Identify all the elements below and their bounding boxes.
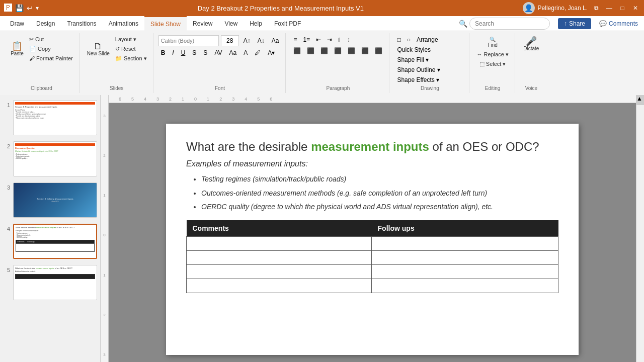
minimize-btn[interactable]: — (605, 4, 614, 13)
align-left-btn[interactable]: ⬛ (291, 46, 303, 55)
save-icon[interactable]: 💾 (15, 4, 24, 12)
tab-review[interactable]: Review (187, 16, 218, 31)
dictate-button[interactable]: 🎤 Dictate (521, 35, 541, 53)
ribbon-group-editing: 🔍 Find ↔ Replace ▾ ⬚ Select ▾ Editing (470, 33, 515, 93)
justify-btn[interactable]: ⬛ (332, 46, 344, 55)
table-header-comments: Comments (187, 220, 372, 237)
font-controls: A↑ A↓ Aa B I U S S AV Aa A 🖊 A▾ (158, 35, 282, 57)
avatar: 👤 (523, 2, 535, 14)
shape-effects-btn[interactable]: Shape Effects ▾ (394, 75, 442, 84)
table-cell-3-2[interactable] (372, 264, 558, 279)
align-center-btn[interactable]: ⬛ (304, 46, 317, 55)
shape2-btn[interactable]: ○ (405, 35, 413, 44)
slide-thumb-3[interactable]: 3 Session 3: Defining Measurement Inputs… (2, 182, 98, 219)
bold-btn[interactable]: B (158, 48, 168, 57)
tab-draw[interactable]: Draw (4, 16, 30, 31)
table-cell-2-2[interactable] (372, 250, 558, 264)
shape-outline-btn[interactable]: Shape Outline ▾ (394, 65, 442, 74)
change-case-btn[interactable]: Aa (227, 48, 239, 57)
bullet-3: OERDC quality (degree to which the physi… (201, 202, 558, 212)
table-cell-2-1[interactable] (187, 250, 372, 264)
tab-help[interactable]: Help (244, 16, 268, 31)
smartart-btn[interactable]: ⬛ (372, 46, 385, 55)
increase-font-btn[interactable]: A↑ (241, 36, 253, 45)
table-cell-3-1[interactable] (187, 264, 372, 279)
slide-preview-2[interactable]: Discussion Question What are the desirab… (13, 141, 97, 176)
shape-fill-btn[interactable]: Shape Fill ▾ (394, 55, 431, 64)
highlight-btn[interactable]: 🖊 (252, 48, 263, 57)
find-button[interactable]: 🔍 Find (484, 35, 502, 49)
slide-subtitle: Examples of measurement inputs: (186, 159, 558, 168)
tab-foxit[interactable]: Foxit PDF (268, 16, 307, 31)
share-label: Share (569, 20, 585, 27)
comments-button[interactable]: 💬 Comments (593, 18, 644, 29)
align-right-btn[interactable]: ⬛ (318, 46, 331, 55)
search-input[interactable] (469, 18, 550, 30)
tab-design[interactable]: Design (30, 16, 61, 31)
table-cell-1-1[interactable] (187, 236, 372, 250)
text-color-btn[interactable]: A▾ (265, 48, 277, 57)
arrange-btn[interactable]: Arrange (414, 35, 441, 44)
maximize-btn[interactable]: □ (618, 4, 627, 13)
align-text-btn[interactable]: ⬛ (359, 46, 371, 55)
cut-button[interactable]: ✂ Cut (27, 35, 75, 44)
char-spacing-btn[interactable]: AV (212, 48, 224, 57)
shadow-btn[interactable]: S (201, 48, 210, 57)
replace-button[interactable]: ↔ Replace ▾ (474, 50, 510, 59)
slide-canvas[interactable]: What are the desirable measurement input… (166, 124, 579, 355)
decrease-font-btn[interactable]: A↓ (255, 36, 267, 45)
table-cell-4-2[interactable] (372, 279, 558, 293)
quick-styles-btn[interactable]: Quick Styles (394, 45, 433, 54)
slide-preview-3[interactable]: Session 3: Defining Measurement Inputsof… (13, 183, 97, 218)
reset-button[interactable]: ↺ Reset (113, 45, 149, 53)
slide-table: Comments Follow ups (186, 220, 558, 293)
font-name-input[interactable] (158, 35, 219, 46)
numbering-btn[interactable]: 1≡ (300, 35, 312, 44)
decrease-indent-btn[interactable]: ⇤ (313, 35, 324, 44)
restore-btn[interactable]: ⧉ (592, 4, 601, 13)
new-slide-button[interactable]: 🗋 New Slide (85, 40, 112, 58)
close-btn[interactable]: ✕ (631, 4, 640, 13)
underline-btn[interactable]: U (179, 48, 188, 57)
strikethrough-btn[interactable]: S (190, 48, 199, 57)
slide-preview-5[interactable]: What are the desirable measurement input… (13, 265, 97, 300)
select-button[interactable]: ⬚ Select ▾ (477, 60, 508, 68)
tab-animations[interactable]: Animations (103, 16, 144, 31)
slide-preview-4[interactable]: What are the desirable measurement input… (13, 224, 97, 259)
paste-button[interactable]: 📋 Paste (8, 40, 26, 58)
font-color-btn[interactable]: A (241, 48, 250, 57)
tab-view[interactable]: View (218, 16, 244, 31)
table-cell-4-1[interactable] (187, 279, 372, 293)
table-cell-1-2[interactable] (372, 236, 558, 250)
slide-thumb-5[interactable]: 5 What are the desirable measurement inp… (2, 264, 98, 301)
undo-icon[interactable]: ↩ (27, 4, 33, 12)
tab-transitions[interactable]: Transitions (61, 16, 102, 31)
slide-thumb-4[interactable]: 4 What are the desirable measurement inp… (2, 223, 98, 260)
canvas-area[interactable]: What are the desirable measurement input… (109, 103, 636, 362)
right-scrollbar[interactable]: ▲ ▼ (636, 95, 644, 362)
slide-preview-1[interactable]: Session 4: Properties and Measurement In… (13, 100, 97, 135)
share-button[interactable]: ↑ Share (558, 18, 591, 29)
copy-button[interactable]: 📄 Copy (27, 45, 75, 53)
text-direction-btn[interactable]: ⬛ (345, 46, 358, 55)
scroll-up-btn[interactable]: ▲ (636, 95, 644, 105)
italic-btn[interactable]: I (170, 48, 176, 57)
slide-title-plain: What are the desirable (186, 140, 311, 153)
line-spacing-btn[interactable]: ↕ (345, 35, 353, 44)
shape-btn[interactable]: □ (394, 35, 403, 44)
clear-format-btn[interactable]: Aa (269, 36, 282, 45)
increase-indent-btn[interactable]: ⇥ (325, 35, 335, 44)
slide-title-highlight: measurement inputs (311, 140, 429, 153)
paragraph-label: Paragraph (327, 85, 350, 91)
columns-btn[interactable]: ⫿ (336, 35, 344, 44)
bullets-btn[interactable]: ≡ (291, 35, 299, 44)
slide-thumb-1[interactable]: 1 Session 4: Properties and Measurement … (2, 99, 98, 136)
slides-label: Slides (110, 85, 123, 91)
table-row-2 (187, 250, 558, 264)
tab-slideshow[interactable]: Slide Show (144, 16, 187, 31)
section-button[interactable]: 📁 Section ▾ (113, 54, 149, 63)
format-painter-button[interactable]: 🖌 Format Painter (27, 54, 75, 62)
font-size-input[interactable] (221, 35, 239, 46)
layout-button[interactable]: Layout ▾ (113, 35, 149, 44)
slide-thumb-2[interactable]: 2 Discussion Question What are the desir… (2, 140, 98, 177)
